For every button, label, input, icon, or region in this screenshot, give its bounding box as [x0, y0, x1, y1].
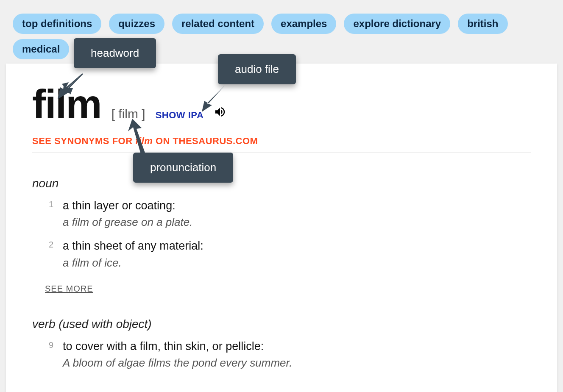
- definition-text: to cover with a film, thin skin, or pell…: [63, 339, 531, 354]
- sense-number: 1: [45, 198, 53, 229]
- arrow-icon: [56, 69, 90, 103]
- sense-number: 2: [45, 238, 53, 269]
- callout-headword: headword: [74, 38, 156, 68]
- synonyms-prefix: SEE SYNONYMS FOR: [32, 136, 135, 146]
- see-more-link[interactable]: SEE MORE: [45, 284, 93, 294]
- show-ipa-link[interactable]: SHOW IPA: [156, 110, 204, 121]
- entry-card: film [ film ] SHOW IPA SEE SYNONYMS FOR …: [6, 64, 557, 392]
- tab-examples[interactable]: examples: [271, 14, 336, 34]
- tab-explore-dictionary[interactable]: explore dictionary: [344, 14, 450, 34]
- tab-related-content[interactable]: related content: [172, 14, 264, 34]
- example-text: A bloom of algae films the pond every su…: [63, 356, 531, 370]
- sense-number: 9: [45, 339, 53, 370]
- sense-row: 1 a thin layer or coating: a film of gre…: [45, 198, 531, 229]
- callout-pronunciation: pronunciation: [133, 153, 233, 183]
- tab-quizzes[interactable]: quizzes: [109, 14, 164, 34]
- part-of-speech-verb: verb (used with object): [32, 317, 531, 331]
- callout-audio-file: audio file: [218, 54, 296, 84]
- divider: [32, 153, 531, 153]
- synonyms-link[interactable]: SEE SYNONYMS FOR film ON THESAURUS.COM: [32, 136, 531, 147]
- example-text: a film of grease on a plate.: [63, 216, 531, 229]
- arrow-icon: [201, 84, 231, 114]
- sense-row: 2 a thin sheet of any material: a film o…: [45, 238, 531, 269]
- definition-text: a thin sheet of any material:: [63, 238, 531, 253]
- definition-text: a thin layer or coating:: [63, 198, 531, 213]
- example-text: a film of ice.: [63, 256, 531, 270]
- part-of-speech-noun: noun: [32, 177, 531, 190]
- arrow-icon: [125, 119, 154, 157]
- header-row: film [ film ] SHOW IPA: [32, 84, 531, 125]
- sense-row: 9 to cover with a film, thin skin, or pe…: [45, 339, 531, 370]
- synonyms-suffix: ON THESAURUS.COM: [153, 136, 258, 146]
- tab-british[interactable]: british: [458, 14, 507, 34]
- tab-top-definitions[interactable]: top definitions: [13, 14, 101, 34]
- tab-medical[interactable]: medical: [13, 39, 69, 59]
